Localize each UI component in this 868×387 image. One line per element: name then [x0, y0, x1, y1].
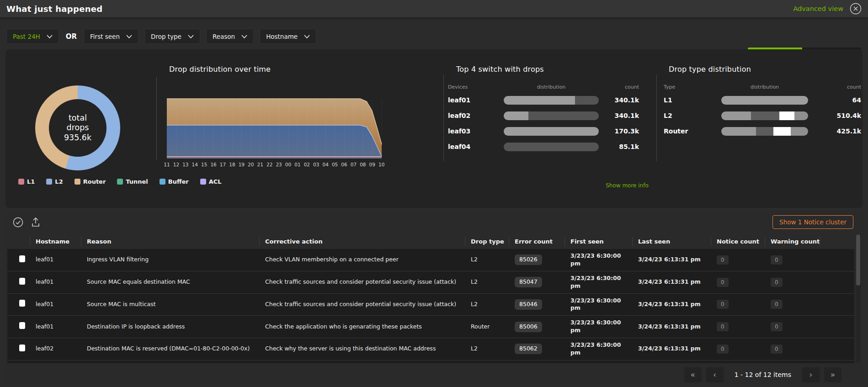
hostname-dropdown[interactable]: Hostname	[260, 29, 316, 44]
drop-type-count: 510.4k	[808, 112, 861, 119]
drop-type-count: 64	[808, 96, 861, 104]
table-row: leaf02Source IP is in class ECheck the a…	[7, 360, 854, 363]
x-axis-tick-label: 12	[171, 162, 181, 167]
x-axis-tick-label: 20	[246, 162, 256, 167]
x-axis-tick-label: 11	[162, 162, 171, 167]
top-switch-distribution-bar	[504, 127, 599, 136]
table-body: leaf01Ingress VLAN filteringCheck VLAN m…	[7, 249, 854, 363]
top-switch-row: leaf03170.3k	[448, 123, 639, 139]
warning-count-badge: 0	[771, 300, 783, 309]
top-switch-row: leaf01340.1k	[448, 92, 639, 108]
column-header[interactable]: Hostname	[30, 237, 81, 246]
scrollbar-thumb[interactable]	[856, 234, 860, 286]
top-switch-distribution-bar	[504, 96, 599, 105]
show-more-info-link[interactable]: Show more info	[586, 182, 668, 189]
error-count-badge: 85047	[515, 277, 542, 287]
first-seen-dropdown[interactable]: First seen	[84, 29, 138, 44]
row-checkbox[interactable]	[19, 278, 25, 285]
cell-last-seen: 3/24/23 6:13:31 pm	[633, 342, 711, 356]
show-notice-cluster-button[interactable]: Show 1 Notice cluster	[772, 215, 853, 229]
first-page-button[interactable]: «	[684, 367, 702, 382]
column-header[interactable]: First seen	[565, 237, 633, 246]
legend-swatch-icon	[46, 179, 52, 185]
section-divider	[656, 74, 657, 161]
prev-page-button[interactable]: ‹	[706, 367, 724, 382]
total-drops-donut-chart: total drops 935.6k	[35, 85, 120, 170]
x-axis-tick-label: 04	[321, 162, 330, 167]
cell-first-seen: 3/23/23 6:30:00 pm	[565, 294, 633, 316]
drop-type-distribution-bar	[721, 111, 808, 120]
table-scrollbar	[856, 234, 861, 363]
pagination-bar: « ‹ 1 - 12 of 12 items › »	[5, 364, 863, 385]
drop-type-dropdown[interactable]: Drop type	[144, 29, 200, 44]
drop-type-distribution-bar	[721, 127, 808, 136]
last-page-button[interactable]: »	[824, 367, 841, 382]
cell-corrective-action: Check why the server is using this desti…	[260, 342, 465, 356]
close-icon[interactable]	[850, 3, 862, 15]
drop-type-row: Router425.1k	[664, 123, 861, 139]
column-header[interactable]: Corrective action	[260, 237, 465, 246]
cell-hostname: leaf01	[30, 275, 81, 289]
reason-dropdown[interactable]: Reason	[206, 29, 254, 44]
select-all-icon[interactable]	[13, 217, 23, 228]
cell-hostname: leaf01	[30, 297, 81, 312]
legend-item: ACL	[200, 178, 222, 185]
row-checkbox[interactable]	[19, 255, 25, 262]
top-switch-label: leaf04	[448, 143, 504, 150]
top-switch-distribution-bar	[504, 143, 599, 151]
column-header[interactable]: Warning count	[765, 237, 820, 246]
cell-reason: Destination IP is loopback address	[81, 320, 260, 334]
column-header[interactable]: Error count	[509, 237, 565, 246]
header-filler	[820, 237, 854, 246]
top-switch-count: 340.1k	[599, 112, 639, 119]
column-header[interactable]: Drop type	[465, 237, 509, 246]
x-axis-tick-label: 08	[358, 162, 367, 167]
cell-reason: Ingress VLAN filtering	[81, 253, 260, 267]
x-axis-tick-label: 05	[330, 162, 340, 167]
table-row: leaf01Destination IP is loopback address…	[7, 316, 854, 338]
cell-drop-type: L2	[465, 342, 509, 356]
time-chart-x-labels: 1112131415161718192021222300010203040506…	[162, 162, 386, 167]
x-axis-tick-label: 00	[283, 162, 293, 167]
drop-type-dist-title: Drop type distribution	[669, 65, 751, 74]
x-axis-tick-label: 06	[340, 162, 349, 167]
x-axis-tick-label: 07	[349, 162, 358, 167]
cell-last-seen: 3/24/23 6:13:31 pm	[633, 275, 711, 289]
table-header-row: HostnameReasonCorrective actionDrop type…	[7, 234, 854, 249]
cell-hostname: leaf01	[30, 320, 81, 334]
cell-drop-type: L2	[465, 275, 509, 289]
x-axis-tick-label: 23	[274, 162, 283, 167]
drop-type-header: Typedistributioncount	[664, 81, 861, 92]
top-switch-label: leaf01	[448, 96, 504, 104]
row-checkbox[interactable]	[19, 322, 25, 329]
or-label: OR	[66, 32, 77, 41]
drop-type-label: Router	[664, 127, 721, 135]
error-count-badge: 85062	[515, 344, 542, 354]
cell-first-seen: 3/23/23 6:30:00 pm	[565, 338, 633, 360]
drop-type-label: L1	[664, 96, 721, 104]
pagination-info: 1 - 12 of 12 items	[735, 371, 791, 378]
drop-type-label: L2	[664, 112, 721, 119]
time-range-dropdown[interactable]: Past 24H	[6, 29, 59, 44]
column-header[interactable]: Notice count	[711, 237, 765, 246]
notice-count-badge: 0	[717, 300, 729, 309]
advanced-view-link[interactable]: Advanced view	[793, 5, 843, 12]
donut-legend: L1L2RouterTunnelBufferACL	[18, 178, 222, 185]
row-checkbox[interactable]	[19, 345, 25, 351]
section-divider	[443, 74, 444, 161]
top-switch-count: 340.1k	[599, 96, 639, 104]
column-header[interactable]: Last seen	[633, 237, 711, 246]
column-header[interactable]: Reason	[81, 237, 260, 246]
x-axis-tick-label: 21	[256, 162, 265, 167]
donut-center-line1: total	[69, 113, 87, 123]
x-axis-tick-label: 02	[302, 162, 311, 167]
filter-bar: Past 24H OR First seen Drop type Reason …	[0, 17, 868, 48]
time-chart-title: Drop distribution over time	[169, 65, 271, 74]
warning-count-badge: 0	[771, 255, 783, 265]
notice-count-badge: 0	[717, 278, 729, 287]
next-page-button[interactable]: ›	[802, 367, 820, 382]
row-checkbox[interactable]	[19, 300, 25, 307]
events-table-panel: Show 1 Notice cluster HostnameReasonCorr…	[5, 211, 863, 385]
cell-last-seen: 3/24/23 6:13:31 pm	[633, 297, 711, 312]
export-icon[interactable]	[31, 217, 41, 228]
